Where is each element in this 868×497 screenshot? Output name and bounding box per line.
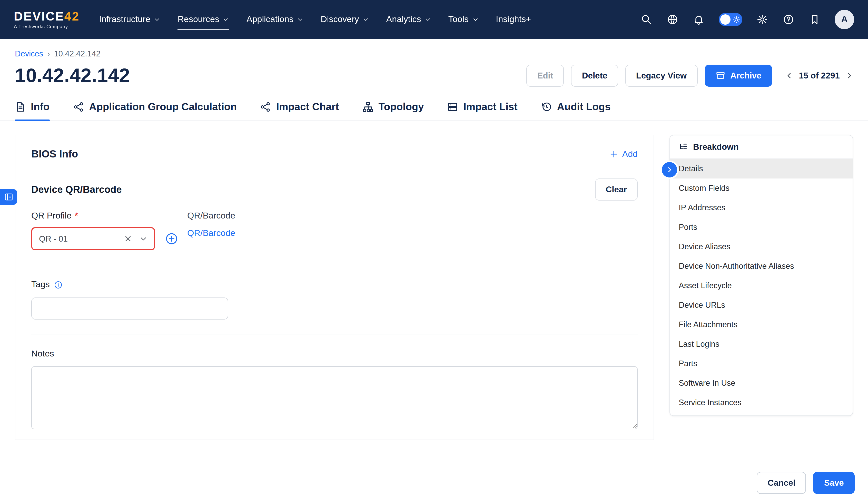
impact-list-icon xyxy=(447,102,458,112)
breakdown-title: Breakdown xyxy=(693,142,739,152)
device42-logo[interactable]: DEVICE42 A Freshworks Company xyxy=(14,10,80,29)
chevron-left-icon[interactable] xyxy=(785,72,793,80)
breakdown-item-details[interactable]: Details xyxy=(670,159,853,179)
language-button[interactable] xyxy=(666,13,679,26)
list-tree-icon xyxy=(679,142,688,152)
page-title: 10.42.42.142 xyxy=(15,65,130,87)
nav-item-label: Tools xyxy=(449,14,469,25)
archive-icon xyxy=(715,71,725,81)
breakdown-item-software-in-use[interactable]: Software In Use xyxy=(670,373,853,393)
nav-item-infrastructure[interactable]: Infrastructure xyxy=(99,14,160,25)
breakdown-item-last-logins[interactable]: Last Logins xyxy=(670,335,853,354)
theme-toggle[interactable] xyxy=(719,13,742,26)
breadcrumb: Devices › 10.42.42.142 xyxy=(0,39,868,58)
search-icon xyxy=(641,14,652,25)
breakdown-item-asset-lifecycle[interactable]: Asset Lifecycle xyxy=(670,276,853,295)
app-group-icon xyxy=(73,102,84,112)
chevron-right-icon[interactable] xyxy=(845,72,853,80)
breakdown-item-file-attachments[interactable]: File Attachments xyxy=(670,315,853,335)
sun-icon xyxy=(732,16,740,23)
user-avatar[interactable]: A xyxy=(835,10,854,29)
archive-button[interactable]: Archive xyxy=(705,65,772,87)
question-icon xyxy=(783,14,794,25)
breadcrumb-devices-link[interactable]: Devices xyxy=(15,49,43,58)
add-qr-profile-button[interactable] xyxy=(165,232,178,245)
tags-label-row: Tags xyxy=(31,280,638,290)
section-divider xyxy=(31,334,638,335)
nav-item-label: Applications xyxy=(246,14,294,25)
nav-item-discovery[interactable]: Discovery xyxy=(321,14,369,25)
plus-circle-icon xyxy=(165,232,178,245)
chevron-down-icon xyxy=(472,16,479,23)
chevron-down-icon[interactable] xyxy=(140,235,147,243)
tab-impact-chart[interactable]: Impact Chart xyxy=(260,101,339,120)
section-divider xyxy=(31,265,638,265)
breakdown-item-device-aliases[interactable]: Device Aliases xyxy=(670,237,853,256)
page-actions: Edit Delete Legacy View Archive 15 of 22… xyxy=(526,65,853,87)
clear-button[interactable]: Clear xyxy=(595,179,638,201)
breakdown-item-ports[interactable]: Ports xyxy=(670,217,853,237)
search-button[interactable] xyxy=(640,13,653,26)
required-asterisk: * xyxy=(75,211,78,221)
nav-item-resources[interactable]: Resources xyxy=(177,14,229,25)
clear-selection-icon[interactable] xyxy=(124,235,132,243)
breakdown-item-device-urls[interactable]: Device URLs xyxy=(670,295,853,315)
main-navigation: Infrastructure Resources Applications Di… xyxy=(99,14,531,25)
breakdown-header: Breakdown xyxy=(670,136,853,159)
form-panel-toggle[interactable] xyxy=(0,189,17,205)
nav-item-analytics[interactable]: Analytics xyxy=(386,14,431,25)
tags-label-text: Tags xyxy=(31,280,50,290)
chevron-down-icon xyxy=(297,16,303,23)
legacy-view-button[interactable]: Legacy View xyxy=(625,65,698,87)
qr-section-header: Device QR/Barcode Clear xyxy=(31,179,638,201)
edit-button[interactable]: Edit xyxy=(526,65,564,87)
breakdown-panel: Breakdown Details Custom Fields IP Addre… xyxy=(669,135,853,416)
bookmarks-button[interactable] xyxy=(809,13,821,26)
tab-label: Impact Chart xyxy=(276,101,339,113)
tab-impact-list[interactable]: Impact List xyxy=(447,101,517,120)
breakdown-item-custom-fields[interactable]: Custom Fields xyxy=(670,179,853,198)
panel-expand-button[interactable] xyxy=(662,162,677,178)
cancel-button[interactable]: Cancel xyxy=(757,472,806,494)
tab-info[interactable]: Info xyxy=(15,101,49,120)
nav-item-insights[interactable]: Insights+ xyxy=(496,14,531,25)
chevron-down-icon xyxy=(425,16,431,23)
qr-profile-select[interactable]: QR - 01 xyxy=(31,227,155,250)
notifications-button[interactable] xyxy=(693,13,705,26)
delete-button[interactable]: Delete xyxy=(571,65,618,87)
tab-audit-logs[interactable]: Audit Logs xyxy=(541,101,611,120)
qr-profile-label: QR Profile * xyxy=(31,211,187,221)
settings-button[interactable] xyxy=(756,13,768,26)
tab-application-group-calculation[interactable]: Application Group Calculation xyxy=(73,101,237,120)
nav-item-tools[interactable]: Tools xyxy=(449,14,479,25)
breakdown-item-ip-addresses[interactable]: IP Addresses xyxy=(670,198,853,217)
info-icon[interactable] xyxy=(54,280,62,289)
add-label: Add xyxy=(622,149,638,159)
tab-topology[interactable]: Topology xyxy=(362,101,424,120)
help-button[interactable] xyxy=(782,13,795,26)
breakdown-item-device-non-authoritative-aliases[interactable]: Device Non-Authoritative Aliases xyxy=(670,256,853,276)
bios-section-header: BIOS Info Add xyxy=(31,148,638,160)
body-row: BIOS Info Add Device QR/Barcode Clear QR… xyxy=(0,121,868,440)
notes-label: Notes xyxy=(31,349,638,359)
app-root: DEVICE42 A Freshworks Company Infrastruc… xyxy=(0,0,868,497)
navbar-utilities: A xyxy=(640,10,854,29)
breakdown-list: Details Custom Fields IP Addresses Ports… xyxy=(670,159,853,415)
form-footer: Cancel Save xyxy=(0,468,868,497)
nav-item-label: Insights+ xyxy=(496,14,531,25)
tab-label: Impact List xyxy=(463,101,517,113)
notes-textarea[interactable] xyxy=(31,366,638,429)
tags-input[interactable] xyxy=(31,297,228,320)
breakdown-item-service-instances[interactable]: Service Instances xyxy=(670,393,853,412)
bios-add-button[interactable]: Add xyxy=(610,149,638,159)
qr-barcode-field: QR/Barcode QR/Barcode xyxy=(187,211,235,250)
breakdown-item-parts[interactable]: Parts xyxy=(670,354,853,373)
save-button[interactable]: Save xyxy=(813,472,855,494)
plus-icon xyxy=(610,150,618,158)
qr-barcode-link[interactable]: QR/Barcode xyxy=(187,228,235,239)
qr-profile-label-text: QR Profile xyxy=(31,211,72,221)
gear-icon xyxy=(757,14,768,25)
tab-label: Application Group Calculation xyxy=(89,101,237,113)
impact-chart-icon xyxy=(260,102,271,112)
nav-item-applications[interactable]: Applications xyxy=(246,14,303,25)
